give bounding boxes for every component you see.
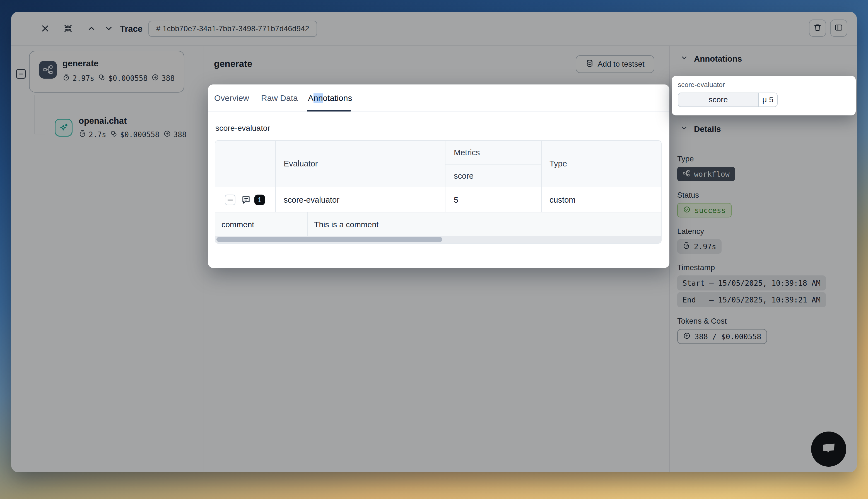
column-header-metrics: Metrics <box>454 141 480 165</box>
comment-value: This is a comment <box>314 212 378 236</box>
tab-overview[interactable]: Overview <box>214 84 249 111</box>
horizontal-scrollbar[interactable] <box>215 236 661 243</box>
column-header-evaluator: Evaluator <box>284 141 318 187</box>
metric-name-segment[interactable]: score <box>678 93 759 107</box>
minus-icon <box>228 199 233 200</box>
cell-evaluator: score-evaluator <box>284 187 339 212</box>
column-header-type: Type <box>550 141 567 187</box>
score-control[interactable]: score μ 5 <box>678 93 777 107</box>
comment-key: comment <box>221 212 254 236</box>
annotations-table: Evaluator Metrics score Type 1 score-eva… <box>215 140 662 244</box>
scrollbar-thumb[interactable] <box>216 237 442 242</box>
tab-annotations[interactable]: Annotations <box>308 84 352 111</box>
column-subheader-score: score <box>454 165 474 187</box>
cell-type: custom <box>550 187 576 212</box>
comment-row: comment This is a comment <box>215 212 661 236</box>
evaluator-section-title: score-evaluator <box>215 123 270 133</box>
table-row[interactable]: 1 score-evaluator 5 custom <box>215 187 661 212</box>
comment-icon[interactable] <box>241 195 251 207</box>
active-tab-underline <box>307 110 351 111</box>
annotation-editor-popup: score-evaluator score μ 5 <box>672 76 856 115</box>
tab-bar: Overview Raw Data Annotations <box>208 84 670 111</box>
popup-evaluator-label: score-evaluator <box>678 81 725 89</box>
metric-mean-segment[interactable]: μ 5 <box>759 93 777 107</box>
tab-raw-data[interactable]: Raw Data <box>261 84 298 111</box>
comment-count-badge: 1 <box>254 195 265 205</box>
span-detail-card: Overview Raw Data Annotations score-eval… <box>208 84 670 268</box>
cell-score: 5 <box>454 187 458 212</box>
text-selection: nn <box>314 93 323 103</box>
row-collapse-checkbox[interactable] <box>225 195 236 205</box>
table-header: Evaluator Metrics score Type <box>215 141 661 187</box>
trace-modal: Trace # 1cbb70e7-34a1-7bb7-3498-771b7d46… <box>11 12 857 472</box>
